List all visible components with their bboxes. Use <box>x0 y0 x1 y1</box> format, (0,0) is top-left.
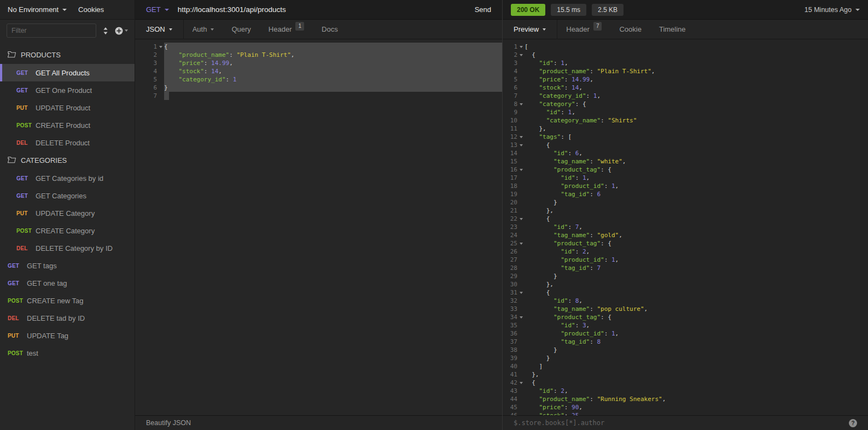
sidebar-item-update-product[interactable]: PUTUPDATE Product <box>0 99 135 116</box>
fold-caret-icon[interactable] <box>520 54 523 56</box>
fold-caret-icon[interactable] <box>520 46 523 48</box>
request-tab-header[interactable]: Header1 <box>260 20 313 39</box>
sidebar-folder-categories[interactable]: CATEGORIES <box>0 151 135 169</box>
sidebar-item-get-categories[interactable]: GETGET Categories <box>0 187 135 204</box>
gutter-line: 36 <box>503 329 525 338</box>
sidebar-item-get-one-tag[interactable]: GETGET one tag <box>0 274 135 292</box>
line-number: 43 <box>510 387 517 395</box>
tab-count-badge: 7 <box>593 22 602 31</box>
gutter-line: 30 <box>503 280 525 288</box>
folder-open-icon <box>8 156 16 166</box>
line-number: 46 <box>510 411 517 415</box>
response-tab-timeline[interactable]: Timeline <box>650 20 695 39</box>
response-tab-header[interactable]: Header7 <box>557 20 610 39</box>
request-tab-docs[interactable]: Docs <box>313 20 347 39</box>
line-number: 3 <box>153 59 157 67</box>
fold-column <box>517 382 525 384</box>
gutter-line: 18 <box>503 182 525 190</box>
sidebar-item-delete-category-by-id[interactable]: DELDELETE Category by ID <box>0 239 135 257</box>
chevron-down-icon <box>169 28 172 31</box>
code-line: "product_name": "Plain T-Shirt", <box>164 51 502 59</box>
request-label: DELETE tad by ID <box>27 314 85 322</box>
method-badge: POST <box>8 350 27 356</box>
request-tab-query[interactable]: Query <box>223 20 259 39</box>
request-body-editor[interactable]: 1234567 { "product_name": "Plain T-Shirt… <box>135 39 502 415</box>
line-number: 17 <box>510 174 517 182</box>
fold-caret-icon[interactable] <box>520 292 523 294</box>
code-line: "product_name": "Running Sneakers", <box>525 395 868 403</box>
sidebar-item-delete-product[interactable]: DELDELETE Product <box>0 134 135 151</box>
sidebar-item-create-product[interactable]: POSTCREATE Product <box>0 116 135 134</box>
response-body-viewer[interactable]: 1234567891011121314151617181920212223242… <box>503 39 868 415</box>
sidebar-item-get-tags[interactable]: GETGET tags <box>0 257 135 274</box>
help-icon[interactable]: ? <box>849 419 857 427</box>
sidebar-item-update-tag[interactable]: PUTUPDATE Tag <box>0 327 135 344</box>
sidebar-item-get-one-product[interactable]: GETGET One Product <box>0 81 135 99</box>
sidebar-item-get-categories-by-id[interactable]: GETGET Categories by id <box>0 169 135 187</box>
request-tab-json[interactable]: JSON <box>135 20 183 39</box>
sidebar-folder-products[interactable]: PRODUCTS <box>0 46 135 64</box>
sort-icon[interactable] <box>103 27 108 34</box>
line-number: 25 <box>510 239 517 248</box>
line-number: 6 <box>153 84 157 92</box>
filter-input[interactable] <box>7 23 96 38</box>
method-dropdown[interactable]: GET <box>146 5 169 14</box>
code-line: "id": 8, <box>525 297 868 305</box>
cookies-button[interactable]: Cookies <box>78 5 104 14</box>
code-line: { <box>164 43 502 51</box>
add-request-button[interactable] <box>115 27 128 35</box>
line-number: 10 <box>510 116 517 125</box>
method-badge: PUT <box>16 210 36 216</box>
sidebar-item-create-new-tag[interactable]: POSTCREATE new Tag <box>0 292 135 309</box>
fold-column <box>157 46 164 48</box>
request-label: GET Categories by id <box>36 174 103 182</box>
code-line: } <box>525 354 868 362</box>
fold-caret-icon[interactable] <box>520 103 523 105</box>
line-number: 31 <box>510 288 517 297</box>
request-body-code: { "product_name": "Plain T-Shirt", "pric… <box>164 43 502 415</box>
request-label: CREATE new Tag <box>27 297 84 305</box>
fold-caret-icon[interactable] <box>520 144 523 146</box>
url-input[interactable]: http://localhost:3001/api/products <box>178 5 286 14</box>
line-number: 45 <box>510 403 517 411</box>
code-line: "id": 2, <box>525 387 868 395</box>
request-tab-auth[interactable]: Auth <box>184 20 223 39</box>
line-number: 1 <box>153 43 157 51</box>
fold-caret-icon[interactable] <box>520 169 523 171</box>
code-line: "tag_name": "gold", <box>525 231 868 239</box>
environment-selector[interactable]: No Environment <box>8 5 78 14</box>
line-number: 15 <box>510 157 517 166</box>
send-button[interactable]: Send <box>475 5 491 14</box>
fold-caret-icon[interactable] <box>520 382 523 384</box>
fold-caret-icon[interactable] <box>520 136 523 138</box>
sidebar-item-get-all-products[interactable]: GETGET All Products <box>0 64 135 81</box>
response-tab-cookie[interactable]: Cookie <box>610 20 650 39</box>
sidebar-header: No Environment Cookies <box>0 0 135 20</box>
fold-caret-icon[interactable] <box>520 218 523 220</box>
fold-column <box>517 316 525 319</box>
fold-caret-icon[interactable] <box>520 316 523 319</box>
method-badge: PUT <box>16 105 36 111</box>
sidebar-item-test[interactable]: POSTtest <box>0 344 135 362</box>
line-number: 23 <box>510 223 517 231</box>
gutter-line: 2 <box>135 51 164 59</box>
beautify-json-button[interactable]: Beautify JSON <box>146 419 191 427</box>
sidebar-item-update-category[interactable]: PUTUPDATE Category <box>0 204 135 222</box>
fold-caret-icon[interactable] <box>520 243 523 245</box>
method-badge: POST <box>16 228 36 234</box>
response-history-dropdown[interactable]: 15 Minutes Ago <box>805 6 860 14</box>
response-filter-input[interactable] <box>514 419 849 427</box>
method-badge: DEL <box>16 140 36 146</box>
method-badge: POST <box>8 298 27 304</box>
response-tab-preview[interactable]: Preview <box>503 20 557 39</box>
tab-label: Header <box>566 25 590 33</box>
sidebar-item-delete-tad-by-id[interactable]: DELDELETE tad by ID <box>0 309 135 327</box>
fold-caret-icon[interactable] <box>159 46 162 48</box>
method-badge: PUT <box>8 333 27 339</box>
gutter-line: 10 <box>503 116 525 125</box>
sidebar-item-create-category[interactable]: POSTCREATE Category <box>0 222 135 239</box>
request-tab-bar: JSONAuthQueryHeader1Docs <box>135 20 502 39</box>
response-body-code: [ { "id": 1, "product_name": "Plain T-Sh… <box>525 43 868 415</box>
method-badge: GET <box>16 70 36 76</box>
gutter-line: 7 <box>135 92 164 100</box>
